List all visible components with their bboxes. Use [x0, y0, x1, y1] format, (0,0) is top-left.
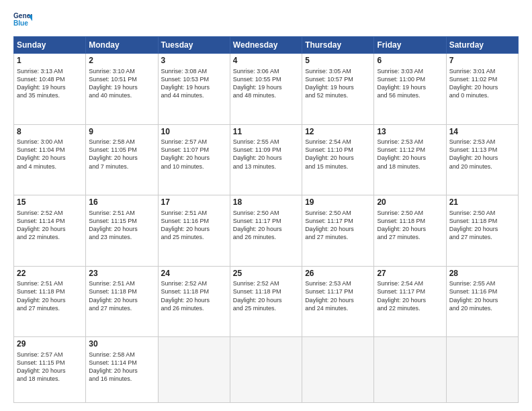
- calendar-cell: [374, 337, 446, 403]
- day-info: Sunrise: 2:54 AM Sunset: 11:10 PM Daylig…: [305, 138, 371, 171]
- day-number: 24: [161, 269, 227, 279]
- page: General Blue SundayMondayTuesdayWednesda…: [0, 0, 532, 411]
- calendar-cell: 20Sunrise: 2:50 AM Sunset: 11:18 PM Dayl…: [374, 195, 446, 267]
- calendar-cell: 6Sunrise: 3:03 AM Sunset: 11:00 PM Dayli…: [374, 54, 446, 125]
- day-info: Sunrise: 2:51 AM Sunset: 11:16 PM Daylig…: [161, 209, 227, 242]
- day-number: 20: [377, 197, 443, 208]
- calendar-cell: [158, 337, 230, 403]
- calendar-header-monday: Monday: [86, 37, 158, 54]
- day-info: Sunrise: 2:54 AM Sunset: 11:17 PM Daylig…: [377, 279, 443, 312]
- week-row-4: 22Sunrise: 2:51 AM Sunset: 11:18 PM Dayl…: [14, 266, 519, 337]
- day-info: Sunrise: 2:50 AM Sunset: 11:18 PM Daylig…: [449, 209, 515, 242]
- day-info: Sunrise: 2:57 AM Sunset: 11:07 PM Daylig…: [161, 138, 227, 171]
- calendar-cell: 30Sunrise: 2:58 AM Sunset: 11:14 PM Dayl…: [86, 337, 158, 403]
- day-info: Sunrise: 3:05 AM Sunset: 10:57 PM Daylig…: [305, 67, 371, 100]
- calendar-cell: 24Sunrise: 2:52 AM Sunset: 11:18 PM Dayl…: [158, 266, 230, 337]
- day-info: Sunrise: 2:53 AM Sunset: 11:12 PM Daylig…: [377, 138, 443, 171]
- day-number: 2: [89, 56, 154, 66]
- day-number: 9: [89, 127, 154, 138]
- calendar-cell: 22Sunrise: 2:51 AM Sunset: 11:18 PM Dayl…: [14, 266, 86, 337]
- day-number: 10: [161, 127, 227, 138]
- day-number: 4: [233, 56, 299, 66]
- day-info: Sunrise: 2:52 AM Sunset: 11:18 PM Daylig…: [161, 279, 227, 312]
- calendar-cell: 15Sunrise: 2:52 AM Sunset: 11:14 PM Dayl…: [14, 195, 86, 267]
- day-number: 30: [89, 339, 154, 350]
- calendar-cell: 26Sunrise: 2:53 AM Sunset: 11:17 PM Dayl…: [302, 266, 374, 337]
- day-info: Sunrise: 2:53 AM Sunset: 11:17 PM Daylig…: [305, 279, 371, 312]
- day-number: 11: [233, 127, 299, 138]
- day-info: Sunrise: 2:50 AM Sunset: 11:18 PM Daylig…: [377, 209, 443, 242]
- calendar-cell: 1Sunrise: 3:13 AM Sunset: 10:48 PM Dayli…: [14, 54, 86, 125]
- calendar-cell: 25Sunrise: 2:52 AM Sunset: 11:18 PM Dayl…: [230, 266, 302, 337]
- day-info: Sunrise: 3:03 AM Sunset: 11:00 PM Daylig…: [377, 67, 443, 100]
- day-number: 21: [449, 197, 515, 208]
- calendar-cell: 13Sunrise: 2:53 AM Sunset: 11:12 PM Dayl…: [374, 124, 446, 195]
- calendar-cell: 28Sunrise: 2:55 AM Sunset: 11:16 PM Dayl…: [446, 266, 518, 337]
- week-row-5: 29Sunrise: 2:57 AM Sunset: 11:15 PM Dayl…: [14, 337, 519, 403]
- calendar-cell: [230, 337, 302, 403]
- calendar-cell: 2Sunrise: 3:10 AM Sunset: 10:51 PM Dayli…: [86, 54, 158, 125]
- calendar-cell: 17Sunrise: 2:51 AM Sunset: 11:16 PM Dayl…: [158, 195, 230, 267]
- calendar-cell: 27Sunrise: 2:54 AM Sunset: 11:17 PM Dayl…: [374, 266, 446, 337]
- day-info: Sunrise: 2:51 AM Sunset: 11:18 PM Daylig…: [17, 279, 83, 312]
- day-number: 17: [161, 197, 227, 208]
- calendar-cell: 10Sunrise: 2:57 AM Sunset: 11:07 PM Dayl…: [158, 124, 230, 195]
- day-info: Sunrise: 2:51 AM Sunset: 11:18 PM Daylig…: [89, 279, 154, 312]
- day-number: 19: [305, 197, 371, 208]
- day-number: 18: [233, 197, 299, 208]
- calendar-cell: [302, 337, 374, 403]
- day-number: 13: [377, 127, 443, 138]
- calendar-header-thursday: Thursday: [302, 37, 374, 54]
- day-number: 1: [17, 56, 83, 66]
- day-number: 6: [377, 56, 443, 66]
- calendar-cell: 5Sunrise: 3:05 AM Sunset: 10:57 PM Dayli…: [302, 54, 374, 125]
- day-number: 23: [89, 269, 154, 279]
- day-info: Sunrise: 3:13 AM Sunset: 10:48 PM Daylig…: [17, 67, 83, 100]
- day-number: 14: [449, 127, 515, 138]
- calendar-cell: 23Sunrise: 2:51 AM Sunset: 11:18 PM Dayl…: [86, 266, 158, 337]
- calendar-cell: 19Sunrise: 2:50 AM Sunset: 11:17 PM Dayl…: [302, 195, 374, 267]
- day-info: Sunrise: 2:55 AM Sunset: 11:09 PM Daylig…: [233, 138, 299, 171]
- week-row-1: 1Sunrise: 3:13 AM Sunset: 10:48 PM Dayli…: [14, 54, 519, 125]
- calendar-cell: 8Sunrise: 3:00 AM Sunset: 11:04 PM Dayli…: [14, 124, 86, 195]
- calendar-cell: 3Sunrise: 3:08 AM Sunset: 10:53 PM Dayli…: [158, 54, 230, 125]
- calendar-cell: 11Sunrise: 2:55 AM Sunset: 11:09 PM Dayl…: [230, 124, 302, 195]
- calendar-header-saturday: Saturday: [446, 37, 518, 54]
- week-row-3: 15Sunrise: 2:52 AM Sunset: 11:14 PM Dayl…: [14, 195, 519, 267]
- day-info: Sunrise: 2:50 AM Sunset: 11:17 PM Daylig…: [233, 209, 299, 242]
- calendar-table: SundayMondayTuesdayWednesdayThursdayFrid…: [13, 36, 519, 403]
- calendar-cell: 7Sunrise: 3:01 AM Sunset: 11:02 PM Dayli…: [446, 54, 518, 125]
- day-number: 12: [305, 127, 371, 138]
- day-info: Sunrise: 2:52 AM Sunset: 11:14 PM Daylig…: [17, 209, 83, 242]
- svg-text:Blue: Blue: [13, 19, 28, 27]
- calendar-header-friday: Friday: [374, 37, 446, 54]
- day-info: Sunrise: 2:50 AM Sunset: 11:17 PM Daylig…: [305, 209, 371, 242]
- day-info: Sunrise: 3:00 AM Sunset: 11:04 PM Daylig…: [17, 138, 83, 171]
- day-info: Sunrise: 2:57 AM Sunset: 11:15 PM Daylig…: [17, 351, 83, 383]
- day-info: Sunrise: 2:58 AM Sunset: 11:14 PM Daylig…: [89, 351, 154, 383]
- calendar-cell: 4Sunrise: 3:06 AM Sunset: 10:55 PM Dayli…: [230, 54, 302, 125]
- day-number: 5: [305, 56, 371, 66]
- day-number: 22: [17, 269, 83, 279]
- day-info: Sunrise: 2:55 AM Sunset: 11:16 PM Daylig…: [449, 279, 515, 312]
- day-number: 29: [17, 339, 83, 350]
- day-info: Sunrise: 2:51 AM Sunset: 11:15 PM Daylig…: [89, 209, 154, 242]
- calendar-cell: 12Sunrise: 2:54 AM Sunset: 11:10 PM Dayl…: [302, 124, 374, 195]
- calendar-header-tuesday: Tuesday: [158, 37, 230, 54]
- calendar-cell: 14Sunrise: 2:53 AM Sunset: 11:13 PM Dayl…: [446, 124, 518, 195]
- day-info: Sunrise: 3:10 AM Sunset: 10:51 PM Daylig…: [89, 67, 154, 100]
- day-number: 25: [233, 269, 299, 279]
- day-number: 28: [449, 269, 515, 279]
- day-number: 7: [449, 56, 515, 66]
- day-number: 15: [17, 197, 83, 208]
- day-info: Sunrise: 3:06 AM Sunset: 10:55 PM Daylig…: [233, 67, 299, 100]
- calendar-cell: 21Sunrise: 2:50 AM Sunset: 11:18 PM Dayl…: [446, 195, 518, 267]
- day-number: 3: [161, 56, 227, 66]
- day-info: Sunrise: 3:01 AM Sunset: 11:02 PM Daylig…: [449, 67, 515, 100]
- day-number: 26: [305, 269, 371, 279]
- calendar-cell: [446, 337, 518, 403]
- header: General Blue: [13, 11, 519, 30]
- logo: General Blue: [13, 11, 35, 30]
- logo-icon: General Blue: [13, 11, 32, 30]
- calendar-cell: 29Sunrise: 2:57 AM Sunset: 11:15 PM Dayl…: [14, 337, 86, 403]
